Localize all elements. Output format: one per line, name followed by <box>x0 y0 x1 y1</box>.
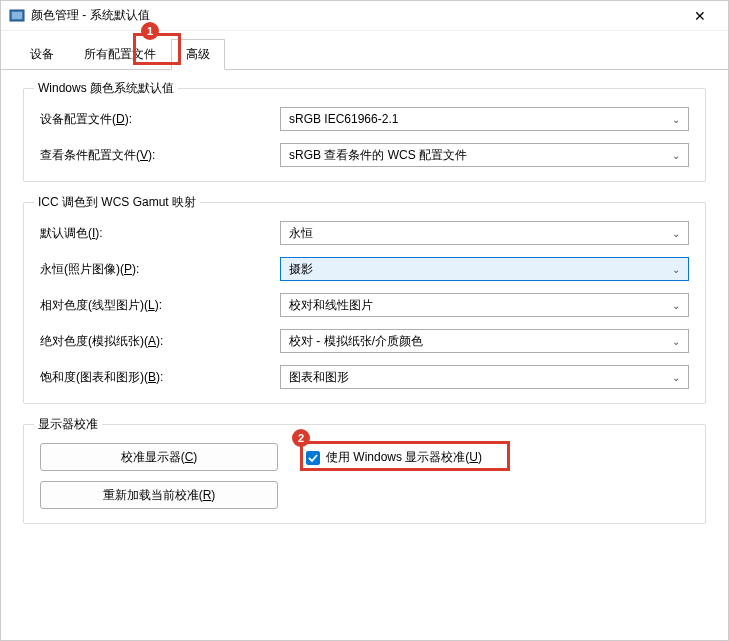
combo-device-profile[interactable]: sRGB IEC61966-2.1 ⌄ <box>280 107 689 131</box>
calibrate-display-button[interactable]: 校准显示器(C) <box>40 443 278 471</box>
combo-absolute[interactable]: 校对 - 模拟纸张/介质颜色 ⌄ <box>280 329 689 353</box>
group-windows-color-defaults: Windows 颜色系统默认值 设备配置文件(D): sRGB IEC61966… <box>23 88 706 182</box>
label-relative: 相对色度(线型图片)(L): <box>40 297 280 314</box>
use-windows-calibration-row: 使用 Windows 显示器校准(U) <box>306 449 482 466</box>
label-saturation: 饱和度(图表和图形)(B): <box>40 369 280 386</box>
use-windows-calibration-wrapper: 使用 Windows 显示器校准(U) 2 <box>306 443 482 466</box>
label-device-profile: 设备配置文件(D): <box>40 111 280 128</box>
use-windows-calibration-label: 使用 Windows 显示器校准(U) <box>326 449 482 466</box>
row-viewing-profile: 查看条件配置文件(V): sRGB 查看条件的 WCS 配置文件 ⌄ <box>40 143 689 167</box>
window-title: 颜色管理 - 系统默认值 <box>31 7 680 24</box>
tab-strip: 设备 所有配置文件 高级 1 <box>1 31 728 70</box>
group-icc-wcs-gamut: ICC 调色到 WCS Gamut 映射 默认调色(I): 永恒 ⌄ 永恒(照片… <box>23 202 706 404</box>
close-button[interactable]: ✕ <box>680 2 720 30</box>
chevron-down-icon: ⌄ <box>672 264 680 275</box>
checkmark-icon <box>308 453 318 463</box>
row-device-profile: 设备配置文件(D): sRGB IEC61966-2.1 ⌄ <box>40 107 689 131</box>
group-display-calibration: 显示器校准 校准显示器(C) 重新加载当前校准(R) <box>23 424 706 524</box>
tab-all-profiles[interactable]: 所有配置文件 <box>69 39 171 69</box>
color-management-window: 颜色管理 - 系统默认值 ✕ 设备 所有配置文件 高级 1 Windows 颜色… <box>0 0 729 641</box>
chevron-down-icon: ⌄ <box>672 114 680 125</box>
chevron-down-icon: ⌄ <box>672 300 680 311</box>
calibration-buttons: 校准显示器(C) 重新加载当前校准(R) <box>40 443 278 509</box>
row-relative: 相对色度(线型图片)(L): 校对和线性图片 ⌄ <box>40 293 689 317</box>
annotation-badge-2: 2 <box>292 429 310 447</box>
tab-panel-advanced: Windows 颜色系统默认值 设备配置文件(D): sRGB IEC61966… <box>1 70 728 640</box>
label-viewing-profile: 查看条件配置文件(V): <box>40 147 280 164</box>
label-absolute: 绝对色度(模拟纸张)(A): <box>40 333 280 350</box>
reload-calibration-button[interactable]: 重新加载当前校准(R) <box>40 481 278 509</box>
row-absolute: 绝对色度(模拟纸张)(A): 校对 - 模拟纸张/介质颜色 ⌄ <box>40 329 689 353</box>
chevron-down-icon: ⌄ <box>672 336 680 347</box>
calibration-row: 校准显示器(C) 重新加载当前校准(R) 使用 Windows 显示器校准(U) <box>40 443 689 509</box>
chevron-down-icon: ⌄ <box>672 228 680 239</box>
combo-relative[interactable]: 校对和线性图片 ⌄ <box>280 293 689 317</box>
svg-rect-1 <box>12 12 22 19</box>
tab-device[interactable]: 设备 <box>15 39 69 69</box>
titlebar: 颜色管理 - 系统默认值 ✕ <box>1 1 728 31</box>
close-icon: ✕ <box>694 8 706 24</box>
group-title: 显示器校准 <box>34 416 102 433</box>
row-perceptual: 永恒(照片图像)(P): 摄影 ⌄ <box>40 257 689 281</box>
chevron-down-icon: ⌄ <box>672 150 680 161</box>
combo-viewing-profile[interactable]: sRGB 查看条件的 WCS 配置文件 ⌄ <box>280 143 689 167</box>
chevron-down-icon: ⌄ <box>672 372 680 383</box>
combo-default-intent[interactable]: 永恒 ⌄ <box>280 221 689 245</box>
group-title: Windows 颜色系统默认值 <box>34 80 178 97</box>
row-default-intent: 默认调色(I): 永恒 ⌄ <box>40 221 689 245</box>
combo-saturation[interactable]: 图表和图形 ⌄ <box>280 365 689 389</box>
use-windows-calibration-checkbox[interactable] <box>306 451 320 465</box>
group-title: ICC 调色到 WCS Gamut 映射 <box>34 194 200 211</box>
combo-perceptual[interactable]: 摄影 ⌄ <box>280 257 689 281</box>
label-default-intent: 默认调色(I): <box>40 225 280 242</box>
app-icon <box>9 8 25 24</box>
row-saturation: 饱和度(图表和图形)(B): 图表和图形 ⌄ <box>40 365 689 389</box>
label-perceptual: 永恒(照片图像)(P): <box>40 261 280 278</box>
tab-advanced[interactable]: 高级 <box>171 39 225 70</box>
